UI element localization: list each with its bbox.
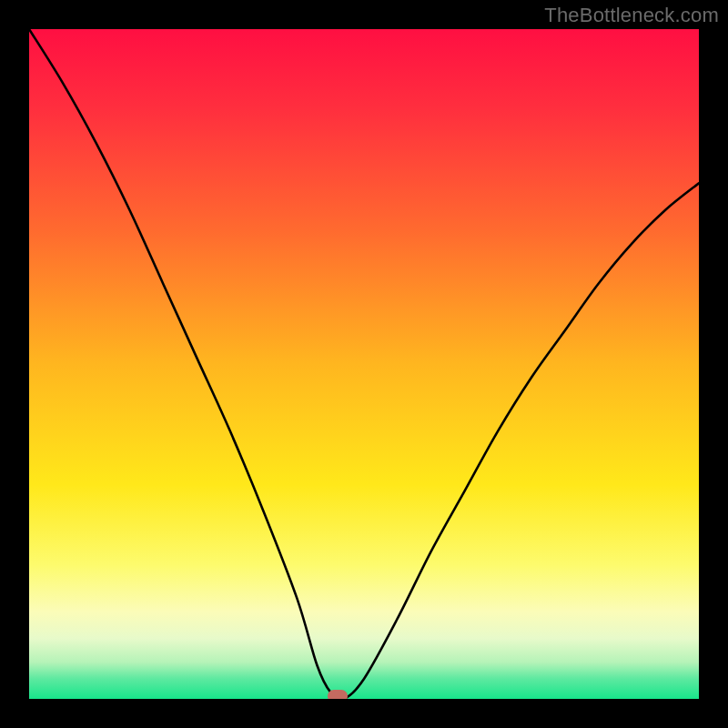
plot-area	[29, 29, 699, 699]
bottleneck-curve	[29, 29, 699, 699]
optimal-point-marker	[328, 690, 348, 699]
chart-frame: TheBottleneck.com	[0, 0, 728, 728]
watermark-text: TheBottleneck.com	[544, 4, 719, 27]
